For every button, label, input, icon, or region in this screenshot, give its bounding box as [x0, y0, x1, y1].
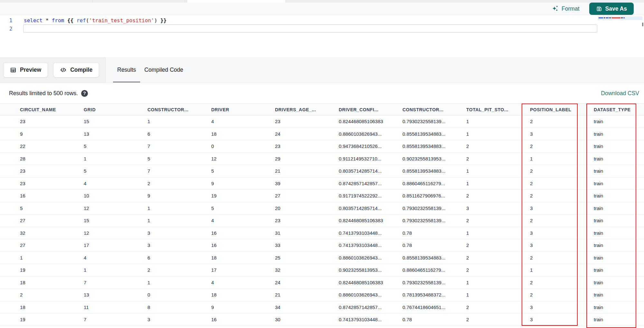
- table-cell: 1: [147, 119, 211, 124]
- table-cell: 2: [147, 181, 211, 186]
- table-cell: 0.8558139534883...: [402, 168, 466, 174]
- save-as-label: Save As: [605, 5, 627, 12]
- active-file-tab[interactable]: [187, 0, 286, 3]
- row-limit-notice: Results limited to 500 rows.: [9, 90, 88, 97]
- compile-button[interactable]: Compile: [53, 62, 99, 77]
- table-cell: train: [594, 181, 644, 186]
- table-cell: 16: [211, 317, 275, 322]
- table-cell: 23: [20, 168, 84, 174]
- active-line-box[interactable]: [23, 24, 597, 32]
- table-cell: 4: [84, 255, 147, 260]
- editor-scrollbar[interactable]: [642, 23, 643, 26]
- table-cell: 5: [20, 205, 84, 211]
- table-cell: 2: [530, 119, 594, 124]
- table-cell: 1: [466, 168, 530, 174]
- table-row: 213018210.8860103626943...0.781395348837…: [0, 289, 644, 301]
- table-cell: train: [594, 280, 644, 285]
- table-cell: 2: [530, 193, 594, 198]
- table-cell: 31: [275, 230, 339, 236]
- compile-label: Compile: [70, 67, 92, 73]
- table-cell: train: [594, 168, 644, 174]
- table-cell: 27: [275, 193, 339, 198]
- table-cell: train: [594, 119, 644, 124]
- table-cell: 4: [84, 181, 147, 186]
- code-token: ): [154, 17, 157, 23]
- tab-divider: [185, 0, 185, 3]
- code-line[interactable]: select * from {{ ref('train_test_positio…: [24, 16, 166, 24]
- table-cell: 1: [84, 267, 147, 273]
- table-cell: 0.78: [402, 242, 466, 248]
- column-header: CONSTRUCTOR...: [147, 107, 211, 112]
- preview-button[interactable]: Preview: [3, 62, 48, 77]
- table-cell: 1: [147, 218, 211, 223]
- save-as-button[interactable]: Save As: [589, 3, 634, 15]
- table-cell: 0.824468085106383: [339, 218, 402, 223]
- table-cell: 18: [211, 131, 275, 137]
- row-limit-text: Results limited to 500 rows.: [9, 90, 78, 97]
- format-button[interactable]: Format: [552, 5, 579, 12]
- table-cell: 0.8035714285714...: [339, 168, 402, 174]
- table-cell: train: [594, 305, 644, 310]
- table-row: 18714240.8244680851063830.7930232558139.…: [0, 277, 644, 289]
- table-cell: 20: [275, 205, 339, 211]
- table-cell: 16: [20, 193, 84, 198]
- table-cell: 3: [466, 205, 530, 211]
- table-cell: 0.824468085106383: [339, 280, 402, 285]
- table-cell: 1: [84, 156, 147, 161]
- table-cell: 3: [530, 230, 594, 236]
- table-cell: 3: [530, 131, 594, 137]
- download-csv-link[interactable]: Download CSV: [601, 90, 639, 97]
- table-cell: 0.8860103626943...: [339, 131, 402, 137]
- table-cell: 0.7930232558139...: [402, 218, 466, 223]
- code-token: 'train_test_position': [89, 17, 154, 23]
- table-cell: 1: [466, 280, 530, 285]
- table-cell: 23: [20, 181, 84, 186]
- table-cell: 2: [466, 267, 530, 273]
- sql-editor[interactable]: 1 2 select * from {{ ref('train_test_pos…: [0, 15, 644, 57]
- table-cell: 25: [275, 255, 339, 260]
- table-cell: 2: [530, 181, 594, 186]
- table-cell: 1: [530, 156, 594, 161]
- table-cell: 1: [466, 119, 530, 124]
- table-row: 1610919270.9171974522292...0.85116279069…: [0, 190, 644, 202]
- action-band: Preview Compile Results Compiled Code: [0, 57, 644, 83]
- table-cell: train: [594, 193, 644, 198]
- table-cell: 0.9023255813953...: [339, 267, 402, 273]
- column-header: CIRCUIT_NAME: [20, 107, 84, 112]
- table-cell: 2: [530, 292, 594, 297]
- table-cell: 27: [20, 242, 84, 248]
- table-cell: 2: [466, 156, 530, 161]
- table-body: 231514230.8244680851063830.7930232558139…: [0, 115, 644, 326]
- table-cell: 2: [20, 292, 84, 297]
- table-row: 23429390.8742857142857...0.8860465116279…: [0, 178, 644, 190]
- table-cell: 19: [20, 267, 84, 273]
- table-cell: train: [594, 143, 644, 149]
- table-cell: 1: [20, 255, 84, 260]
- column-header: POSITION_LABEL: [530, 107, 594, 112]
- table-cell: 39: [275, 181, 339, 186]
- table-cell: 2: [530, 280, 594, 285]
- table-cell: 0.8742857142857...: [339, 305, 402, 310]
- editor-minimap[interactable]: [598, 16, 642, 20]
- table-cell: 0.7930232558139...: [402, 280, 466, 285]
- tab-results[interactable]: Results: [113, 57, 140, 83]
- table-grid-icon: [10, 67, 16, 73]
- code-icon: [60, 67, 67, 73]
- table-row: 14618250.8860103626943...0.8558139534883…: [0, 252, 644, 264]
- preview-label: Preview: [20, 67, 41, 73]
- table-cell: 17: [84, 242, 147, 248]
- table-cell: 13: [84, 292, 147, 297]
- table-cell: 2: [466, 305, 530, 310]
- table-cell: 32: [275, 267, 339, 273]
- tab-compiled-code[interactable]: Compiled Code: [140, 57, 187, 83]
- table-cell: 1: [466, 131, 530, 137]
- table-cell: 0.8860103626943...: [339, 255, 402, 260]
- table-cell: 5: [211, 168, 275, 174]
- help-icon[interactable]: [81, 90, 88, 97]
- table-cell: 24: [275, 131, 339, 137]
- table-cell: 0.8742857142857...: [339, 181, 402, 186]
- table-cell: 23: [20, 119, 84, 124]
- table-cell: 19: [211, 193, 275, 198]
- ide-page: Format Save As 1 2 select * from {{ ref(…: [0, 0, 644, 328]
- table-cell: 2: [466, 317, 530, 322]
